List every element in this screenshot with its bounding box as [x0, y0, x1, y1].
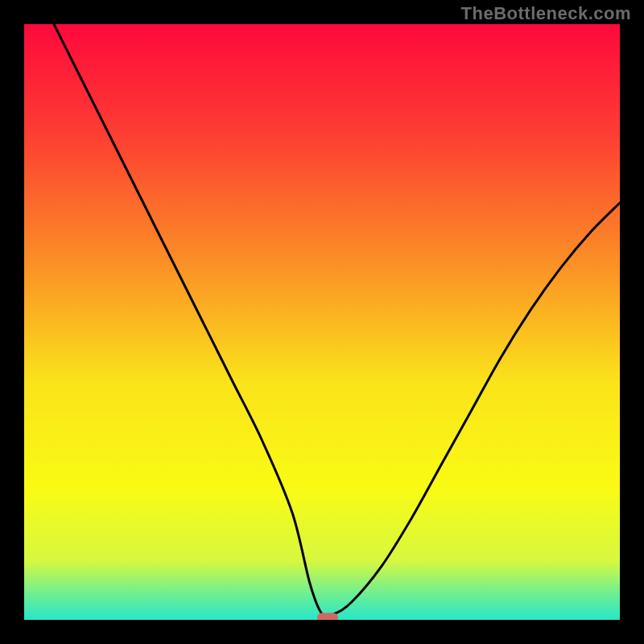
chart-frame: TheBottleneck.com [0, 0, 644, 644]
watermark-text: TheBottleneck.com [461, 3, 631, 24]
plot-area [24, 24, 620, 620]
bottleneck-curve [24, 24, 620, 620]
optimal-marker [317, 613, 338, 620]
